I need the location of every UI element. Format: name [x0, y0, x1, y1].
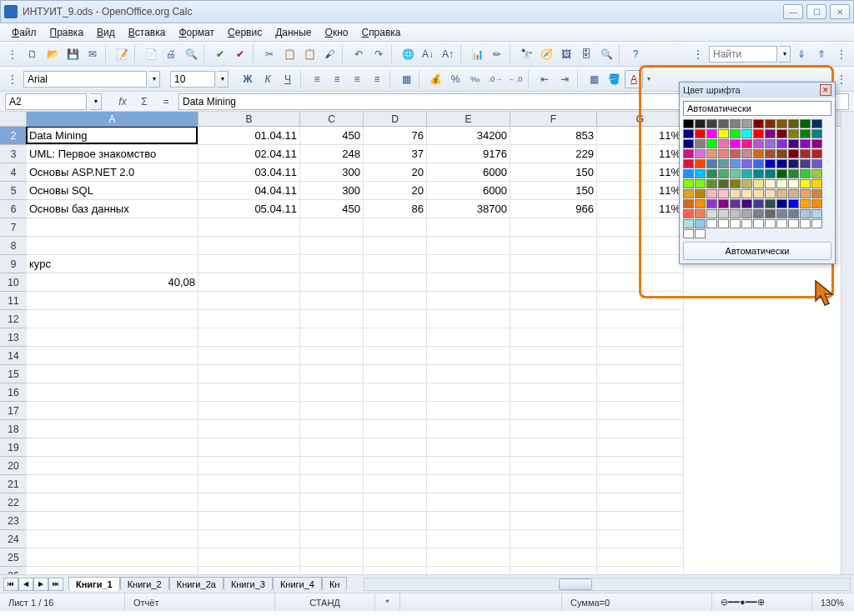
cell[interactable]: 86	[364, 200, 427, 218]
cell[interactable]	[597, 438, 684, 457]
color-swatch[interactable]	[753, 139, 764, 148]
color-swatch[interactable]	[765, 169, 776, 178]
cell[interactable]: Основы SQL	[27, 182, 198, 200]
cell[interactable]	[597, 365, 684, 383]
new-button[interactable]: 🗋	[23, 45, 42, 63]
cell[interactable]	[27, 548, 198, 567]
color-swatch[interactable]	[718, 219, 729, 228]
cell[interactable]: 20	[364, 163, 427, 182]
color-swatch[interactable]	[741, 139, 752, 148]
cell[interactable]	[364, 402, 427, 420]
row-header[interactable]: 15	[0, 365, 27, 383]
row-header[interactable]: 6	[0, 200, 27, 218]
cell[interactable]: 40,08	[27, 273, 198, 292]
cell[interactable]	[510, 512, 597, 530]
vertical-scrollbar[interactable]	[841, 112, 854, 574]
email-button[interactable]: ✉	[83, 45, 102, 63]
decrease-indent-button[interactable]: ⇤	[535, 70, 554, 88]
cell[interactable]	[597, 475, 684, 493]
fill-color-button[interactable]: 🪣	[605, 70, 623, 88]
cell[interactable]	[27, 567, 198, 574]
color-swatch[interactable]	[718, 119, 729, 128]
cell[interactable]: 11%	[597, 127, 684, 145]
number-button[interactable]: %₀	[466, 70, 485, 88]
cell[interactable]	[510, 457, 597, 475]
autospell-button[interactable]: ✔	[231, 45, 249, 63]
find-button[interactable]: 🔭	[517, 45, 535, 63]
cell[interactable]: 11%	[597, 163, 684, 182]
sheet-tab[interactable]: Книги_4	[273, 577, 322, 591]
color-swatch[interactable]	[730, 139, 741, 148]
cell[interactable]	[427, 548, 510, 567]
paste-button[interactable]: 📋	[300, 45, 319, 63]
color-swatch[interactable]	[730, 219, 741, 228]
color-swatch[interactable]	[811, 199, 822, 208]
cell[interactable]: 01.04.11	[198, 127, 300, 145]
menu-вид[interactable]: Вид	[90, 24, 122, 41]
cell[interactable]	[364, 420, 427, 438]
cell[interactable]	[364, 438, 427, 457]
search-input[interactable]	[709, 46, 777, 63]
next-sheet-button[interactable]: ▶	[33, 578, 48, 591]
chart-button[interactable]: 📊	[468, 45, 486, 63]
font-name-dropdown[interactable]: ▾	[148, 71, 160, 88]
scrollbar-thumb[interactable]	[559, 578, 592, 590]
cell[interactable]: 150	[510, 163, 597, 182]
cell[interactable]	[427, 383, 510, 402]
cell[interactable]	[198, 567, 300, 574]
column-header-B[interactable]: B	[198, 112, 300, 127]
color-swatch[interactable]	[718, 189, 729, 198]
color-swatch[interactable]	[776, 209, 787, 218]
cell[interactable]: 966	[510, 200, 597, 218]
sheet-tab[interactable]: Книги_1	[68, 577, 120, 591]
cell[interactable]	[27, 365, 198, 383]
color-swatch[interactable]	[741, 129, 752, 138]
cell[interactable]: 37	[364, 145, 427, 163]
cell[interactable]	[510, 237, 597, 255]
cell[interactable]	[300, 457, 364, 475]
first-sheet-button[interactable]: ⏮	[3, 578, 18, 591]
menu-справка[interactable]: Справка	[354, 24, 407, 41]
column-header-D[interactable]: D	[364, 112, 427, 127]
color-swatch[interactable]	[776, 199, 787, 208]
color-swatch[interactable]	[811, 169, 822, 178]
align-justify-button[interactable]: ≡	[368, 70, 386, 88]
font-color-dropdown[interactable]: ▾	[645, 70, 653, 88]
copy-button[interactable]: 📋	[280, 45, 299, 63]
cell[interactable]: 20	[364, 182, 427, 200]
color-swatch[interactable]	[718, 129, 729, 138]
color-swatch[interactable]	[730, 119, 741, 128]
cell[interactable]: Основы баз данных	[27, 200, 198, 218]
color-swatch[interactable]	[765, 209, 776, 218]
color-swatch[interactable]	[811, 179, 822, 188]
merge-cells-button[interactable]: ▦	[397, 70, 415, 88]
cell[interactable]	[198, 328, 300, 347]
color-swatch[interactable]	[800, 169, 811, 178]
cell[interactable]	[510, 273, 597, 292]
color-swatch[interactable]	[718, 179, 729, 188]
menu-окно[interactable]: Окно	[319, 24, 355, 41]
cell[interactable]	[300, 475, 364, 493]
color-swatch[interactable]	[706, 119, 717, 128]
column-header-G[interactable]: G	[597, 112, 684, 127]
cell[interactable]: 229	[510, 145, 597, 163]
color-swatch[interactable]	[695, 209, 706, 218]
cell[interactable]	[364, 493, 427, 512]
color-swatch[interactable]	[718, 199, 729, 208]
zoom-value[interactable]: 130%	[812, 593, 854, 611]
row-header[interactable]: 17	[0, 402, 27, 420]
menu-формат[interactable]: Формат	[172, 24, 221, 41]
cell[interactable]	[510, 292, 597, 310]
color-swatch[interactable]	[753, 189, 764, 198]
color-swatch[interactable]	[683, 189, 694, 198]
color-swatch[interactable]	[765, 179, 776, 188]
color-swatch[interactable]	[741, 189, 752, 198]
font-name-input[interactable]	[23, 71, 147, 88]
color-swatch[interactable]	[706, 209, 717, 218]
color-swatch[interactable]	[706, 179, 717, 188]
cell[interactable]	[427, 310, 510, 328]
row-header[interactable]: 21	[0, 475, 27, 493]
cell[interactable]	[427, 420, 510, 438]
color-swatch[interactable]	[695, 229, 706, 238]
cell[interactable]	[364, 530, 427, 548]
